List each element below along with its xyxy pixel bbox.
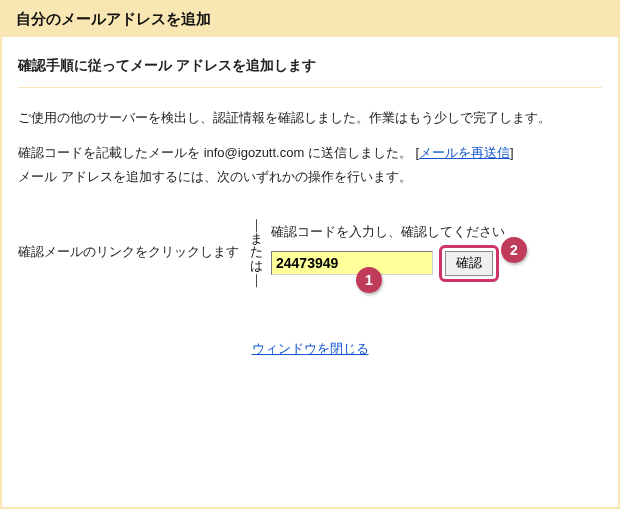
code-input-row: 確認 xyxy=(271,245,505,282)
sent-email: info@igozutt.com xyxy=(204,145,305,160)
code-entry-label: 確認コードを入力し、確認してください xyxy=(271,223,505,241)
confirm-highlight: 確認 xyxy=(439,245,499,282)
or-dash-top: ｜ xyxy=(247,218,265,232)
or-char-ha: は xyxy=(247,259,265,273)
section-title: 確認手順に従ってメール アドレスを追加します xyxy=(18,49,602,88)
sent-line: 確認コードを記載したメールを info@igozutt.com に送信しました。… xyxy=(18,141,602,190)
body-text: ご使用の他のサーバーを検出し、認証情報を確認しました。作業はもう少しで完了します… xyxy=(18,106,602,190)
or-char-ma: ま xyxy=(247,232,265,246)
resend-link[interactable]: メールを再送信 xyxy=(419,145,510,160)
instruction-line: メール アドレスを追加するには、次のいずれかの操作を行います。 xyxy=(18,169,412,184)
dialog-header: 自分のメールアドレスを追加 xyxy=(2,2,618,37)
annotation-callout-2: 2 xyxy=(501,237,527,263)
sent-close-bracket: ] xyxy=(510,145,514,160)
sent-suffix: に送信しました。 [ xyxy=(304,145,419,160)
dialog-title: 自分のメールアドレスを追加 xyxy=(16,10,211,27)
or-char-ta: た xyxy=(247,245,265,259)
click-link-option: 確認メールのリンクをクリックします xyxy=(18,243,247,261)
or-dash-bottom: ｜ xyxy=(247,273,265,287)
close-row: ウィンドウを閉じる xyxy=(18,340,602,358)
sent-prefix: 確認コードを記載したメールを xyxy=(18,145,204,160)
close-window-link[interactable]: ウィンドウを閉じる xyxy=(252,341,369,356)
or-separator: ｜ ま た は ｜ xyxy=(247,218,265,286)
annotation-callout-1: 1 xyxy=(356,267,382,293)
dialog-frame: 自分のメールアドレスを追加 確認手順に従ってメール アドレスを追加します ご使用… xyxy=(0,0,620,509)
dialog-content: 確認手順に従ってメール アドレスを追加します ご使用の他のサーバーを検出し、認証… xyxy=(2,37,618,358)
verify-row: 確認メールのリンクをクリックします ｜ ま た は ｜ 確認コードを入力し、確認… xyxy=(18,218,602,286)
verification-code-input[interactable] xyxy=(271,251,433,275)
code-entry-group: 確認コードを入力し、確認してください 確認 1 2 xyxy=(271,223,505,282)
detected-line: ご使用の他のサーバーを検出し、認証情報を確認しました。作業はもう少しで完了します… xyxy=(18,106,602,131)
confirm-button[interactable]: 確認 xyxy=(445,251,493,276)
